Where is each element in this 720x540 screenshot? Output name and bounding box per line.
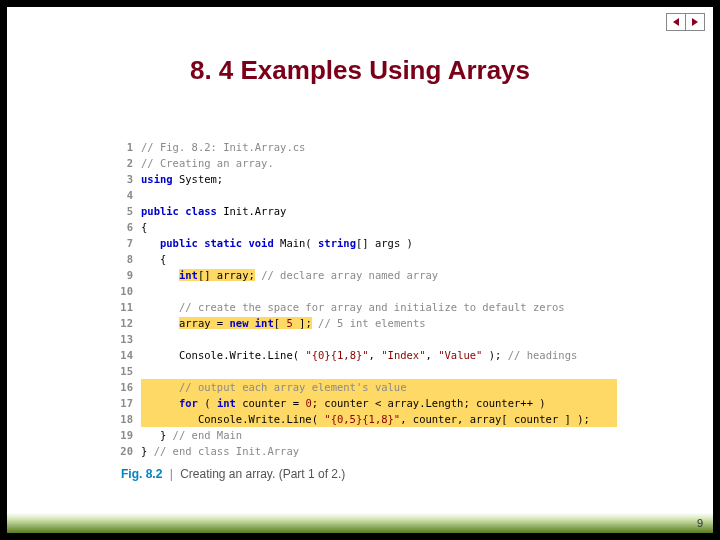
code-line: 12 array = new int[ 5 ]; // 5 int elemen… <box>117 315 617 331</box>
code-content: { <box>141 219 617 235</box>
code-content: Console.Write.Line( "{0,5}{1,8}", counte… <box>141 411 617 427</box>
arrow-right-icon <box>690 17 700 27</box>
line-number: 7 <box>117 235 141 251</box>
code-line: 5public class Init.Array <box>117 203 617 219</box>
line-number: 18 <box>117 411 141 427</box>
code-content <box>141 187 617 203</box>
code-line: 7 public static void Main( string[] args… <box>117 235 617 251</box>
prev-button[interactable] <box>666 13 686 31</box>
line-number: 13 <box>117 331 141 347</box>
nav-arrows <box>667 13 705 31</box>
line-number: 12 <box>117 315 141 331</box>
code-line: 10 <box>117 283 617 299</box>
code-line: 11 // create the space for array and ini… <box>117 299 617 315</box>
code-content: // Fig. 8.2: Init.Array.cs <box>141 139 617 155</box>
page-title: 8. 4 Examples Using Arrays <box>7 55 713 86</box>
line-number: 8 <box>117 251 141 267</box>
code-line: 16 // output each array element's value <box>117 379 617 395</box>
code-line: 2// Creating an array. <box>117 155 617 171</box>
line-number: 6 <box>117 219 141 235</box>
code-content: using System; <box>141 171 617 187</box>
code-content: { <box>141 251 617 267</box>
code-line: 15 <box>117 363 617 379</box>
page-number: 9 <box>697 517 703 529</box>
line-number: 14 <box>117 347 141 363</box>
code-line: 1// Fig. 8.2: Init.Array.cs <box>117 139 617 155</box>
line-number: 20 <box>117 443 141 459</box>
code-figure: 1// Fig. 8.2: Init.Array.cs2// Creating … <box>117 139 617 459</box>
code-content: int[] array; // declare array named arra… <box>141 267 617 283</box>
line-number: 1 <box>117 139 141 155</box>
code-line: 18 Console.Write.Line( "{0,5}{1,8}", cou… <box>117 411 617 427</box>
code-content: } // end class Init.Array <box>141 443 617 459</box>
line-number: 2 <box>117 155 141 171</box>
next-button[interactable] <box>685 13 705 31</box>
code-line: 6{ <box>117 219 617 235</box>
line-number: 15 <box>117 363 141 379</box>
code-line: 20} // end class Init.Array <box>117 443 617 459</box>
line-number: 11 <box>117 299 141 315</box>
code-content <box>141 283 617 299</box>
code-content <box>141 331 617 347</box>
code-content: // create the space for array and initia… <box>141 299 617 315</box>
code-line: 3using System; <box>117 171 617 187</box>
code-line: 14 Console.Write.Line( "{0}{1,8}", "Inde… <box>117 347 617 363</box>
code-content: } // end Main <box>141 427 617 443</box>
code-line: 4 <box>117 187 617 203</box>
line-number: 10 <box>117 283 141 299</box>
code-content: public static void Main( string[] args ) <box>141 235 617 251</box>
code-line: 17 for ( int counter = 0; counter < arra… <box>117 395 617 411</box>
line-number: 19 <box>117 427 141 443</box>
code-content <box>141 363 617 379</box>
code-content: // output each array element's value <box>141 379 617 395</box>
line-number: 4 <box>117 187 141 203</box>
code-line: 13 <box>117 331 617 347</box>
code-content: // Creating an array. <box>141 155 617 171</box>
svg-marker-0 <box>673 18 679 26</box>
figure-separator: | <box>170 467 173 481</box>
figure-text: Creating an array. (Part 1 of 2.) <box>180 467 345 481</box>
footer-bar <box>7 513 713 533</box>
line-number: 9 <box>117 267 141 283</box>
code-line: 19 } // end Main <box>117 427 617 443</box>
line-number: 17 <box>117 395 141 411</box>
code-content: Console.Write.Line( "{0}{1,8}", "Index",… <box>141 347 617 363</box>
code-content: public class Init.Array <box>141 203 617 219</box>
code-content: for ( int counter = 0; counter < array.L… <box>141 395 617 411</box>
line-number: 16 <box>117 379 141 395</box>
slide-container: 8. 4 Examples Using Arrays 1// Fig. 8.2:… <box>7 7 713 533</box>
code-line: 9 int[] array; // declare array named ar… <box>117 267 617 283</box>
svg-marker-1 <box>692 18 698 26</box>
figure-caption: Fig. 8.2 | Creating an array. (Part 1 of… <box>121 467 345 481</box>
code-content: array = new int[ 5 ]; // 5 int elements <box>141 315 617 331</box>
line-number: 3 <box>117 171 141 187</box>
code-line: 8 { <box>117 251 617 267</box>
figure-label: Fig. 8.2 <box>121 467 162 481</box>
line-number: 5 <box>117 203 141 219</box>
arrow-left-icon <box>671 17 681 27</box>
